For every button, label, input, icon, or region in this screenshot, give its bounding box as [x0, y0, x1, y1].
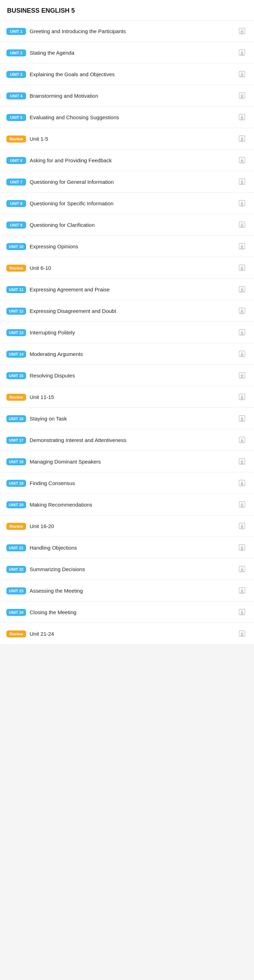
unit-row[interactable]: ReviewUnit 11-15 [0, 386, 254, 408]
unit-title: Questioning for General Information [30, 178, 233, 186]
unit-left: UNIT 5Evaluating and Choosing Suggestion… [6, 114, 233, 121]
unit-row[interactable]: ReviewUnit 6-10 [0, 257, 254, 279]
unit-badge: UNIT 23 [6, 587, 26, 594]
unit-left: ReviewUnit 16-20 [6, 522, 233, 530]
download-icon[interactable] [237, 90, 248, 101]
unit-row[interactable]: UNIT 7Questioning for General Informatio… [0, 171, 254, 192]
unit-row[interactable]: UNIT 21Handling Objections [0, 537, 254, 558]
unit-row[interactable]: UNIT 20Making Recommendations [0, 494, 254, 515]
unit-row[interactable]: UNIT 14Moderating Arguments [0, 343, 254, 365]
unit-row[interactable]: UNIT 23Assessing the Meeting [0, 580, 254, 601]
unit-title: Unit 16-20 [30, 522, 233, 530]
unit-row[interactable]: UNIT 3Explaining the Goals and Objective… [0, 64, 254, 85]
download-icon[interactable] [237, 47, 248, 58]
unit-row[interactable]: UNIT 19Finding Consensus [0, 473, 254, 494]
unit-left: UNIT 18Managing Dominant Speakers [6, 458, 233, 465]
download-icon[interactable] [237, 606, 248, 618]
download-icon[interactable] [237, 499, 248, 510]
unit-badge: UNIT 9 [6, 221, 26, 229]
unit-left: UNIT 14Moderating Arguments [6, 350, 233, 358]
unit-row[interactable]: UNIT 8Questioning for Specific Informati… [0, 192, 254, 214]
unit-row[interactable]: UNIT 10Expressing Opinions [0, 235, 254, 257]
review-badge: Review [6, 523, 26, 530]
unit-badge: UNIT 21 [6, 544, 26, 551]
unit-title: Handling Objections [30, 544, 233, 551]
download-icon[interactable] [237, 413, 248, 424]
unit-title: Moderating Arguments [30, 350, 233, 358]
download-icon[interactable] [237, 542, 248, 553]
unit-title: Stating the Agenda [30, 49, 233, 56]
unit-left: UNIT 9Questioning for Clarification [6, 221, 233, 229]
unit-left: UNIT 8Questioning for Specific Informati… [6, 200, 233, 207]
download-icon[interactable] [237, 391, 248, 402]
unit-row[interactable]: UNIT 5Evaluating and Choosing Suggestion… [0, 107, 254, 128]
unit-title: Expressing Disagreement and Doubt [30, 307, 233, 315]
unit-left: UNIT 2Stating the Agenda [6, 49, 233, 56]
download-icon[interactable] [237, 327, 248, 338]
unit-row[interactable]: UNIT 4Brainstorming and Motivation [0, 85, 254, 107]
unit-row[interactable]: ReviewUnit 16-20 [0, 515, 254, 537]
download-icon[interactable] [237, 111, 248, 123]
unit-row[interactable]: UNIT 22Summarizing Decisions [0, 558, 254, 580]
download-icon[interactable] [237, 477, 248, 488]
download-icon[interactable] [237, 456, 248, 467]
download-icon[interactable] [237, 154, 248, 166]
unit-badge: UNIT 12 [6, 308, 26, 315]
download-icon[interactable] [237, 305, 248, 317]
download-icon[interactable] [237, 348, 248, 360]
unit-left: UNIT 12Expressing Disagreement and Doubt [6, 307, 233, 315]
unit-title: Evaluating and Choosing Suggestions [30, 114, 233, 121]
unit-row[interactable]: UNIT 11Expressing Agreement and Praise [0, 279, 254, 300]
unit-row[interactable]: UNIT 17Demonstrating Interest and Attent… [0, 430, 254, 451]
unit-left: UNIT 4Brainstorming and Motivation [6, 92, 233, 99]
unit-left: UNIT 1Greeting and Introducing the Parti… [6, 27, 233, 35]
unit-title: Managing Dominant Speakers [30, 458, 233, 465]
download-icon[interactable] [237, 284, 248, 295]
unit-left: UNIT 24Closing the Meeting [6, 609, 233, 616]
unit-title: Expressing Agreement and Praise [30, 286, 233, 293]
unit-title: Summarizing Decisions [30, 565, 233, 573]
download-icon[interactable] [237, 219, 248, 231]
unit-row[interactable]: UNIT 16Staying on Task [0, 408, 254, 430]
unit-row[interactable]: UNIT 1Greeting and Introducing the Parti… [0, 21, 254, 42]
unit-left: UNIT 22Summarizing Decisions [6, 565, 233, 573]
unit-row[interactable]: UNIT 2Stating the Agenda [0, 42, 254, 64]
unit-badge: UNIT 14 [6, 351, 26, 358]
unit-title: Unit 11-15 [30, 393, 233, 401]
download-icon[interactable] [237, 370, 248, 381]
download-icon[interactable] [237, 262, 248, 274]
unit-title: Unit 1-5 [30, 135, 233, 143]
unit-title: Brainstorming and Motivation [30, 92, 233, 99]
unit-title: Staying on Task [30, 415, 233, 422]
review-badge: Review [6, 264, 26, 272]
unit-left: ReviewUnit 1-5 [6, 135, 233, 143]
download-icon[interactable] [237, 240, 248, 252]
unit-badge: UNIT 15 [6, 372, 26, 379]
unit-row[interactable]: ReviewUnit 21-24 [0, 623, 254, 644]
download-icon[interactable] [237, 585, 248, 596]
download-icon[interactable] [237, 176, 248, 187]
unit-badge: UNIT 1 [6, 28, 26, 35]
unit-row[interactable]: UNIT 13Interrupting Politely [0, 322, 254, 343]
download-icon[interactable] [237, 197, 248, 209]
review-badge: Review [6, 135, 26, 143]
unit-row[interactable]: UNIT 24Closing the Meeting [0, 601, 254, 623]
unit-row[interactable]: UNIT 18Managing Dominant Speakers [0, 451, 254, 473]
download-icon[interactable] [237, 133, 248, 144]
unit-badge: UNIT 6 [6, 157, 26, 164]
download-icon[interactable] [237, 434, 248, 445]
unit-left: ReviewUnit 6-10 [6, 264, 233, 272]
unit-left: UNIT 6Asking for and Providing Feedback [6, 157, 233, 164]
unit-left: UNIT 7Questioning for General Informatio… [6, 178, 233, 186]
download-icon[interactable] [237, 520, 248, 531]
unit-row[interactable]: UNIT 12Expressing Disagreement and Doubt [0, 300, 254, 322]
download-icon[interactable] [237, 68, 248, 80]
unit-left: UNIT 16Staying on Task [6, 415, 233, 422]
download-icon[interactable] [237, 563, 248, 575]
unit-row[interactable]: ReviewUnit 1-5 [0, 128, 254, 150]
unit-row[interactable]: UNIT 15Resolving Disputes [0, 365, 254, 386]
unit-row[interactable]: UNIT 6Asking for and Providing Feedback [0, 150, 254, 171]
download-icon[interactable] [237, 25, 248, 37]
unit-row[interactable]: UNIT 9Questioning for Clarification [0, 214, 254, 235]
download-icon[interactable] [237, 628, 248, 639]
